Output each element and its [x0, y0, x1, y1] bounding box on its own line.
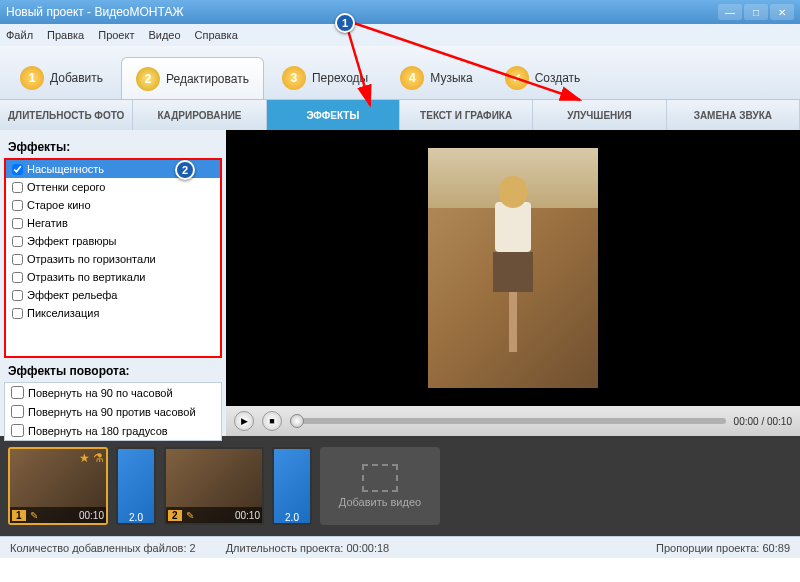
effects-list-box: Насыщенность Оттенки серого Старое кино … — [4, 158, 222, 358]
preview-panel: ▶ ■ 00:00 / 00:10 — [226, 130, 800, 436]
menu-help[interactable]: Справка — [195, 29, 238, 41]
effects-title: Эффекты: — [8, 140, 222, 154]
seek-slider[interactable] — [290, 418, 726, 424]
status-duration: Длительность проекта: 00:00:18 — [226, 542, 390, 554]
timeline[interactable]: ★ ⚗ 1✎00:10 2.0 2✎00:10 2.0 Добавить вид… — [0, 436, 800, 536]
effect-flip-h[interactable]: Отразить по горизонтали — [6, 250, 220, 268]
effect-checkbox[interactable] — [12, 272, 23, 283]
rotate-checkbox[interactable] — [11, 386, 24, 399]
clip-2[interactable]: 2✎00:10 — [164, 447, 264, 525]
effect-grayscale[interactable]: Оттенки серого — [6, 178, 220, 196]
transition-1[interactable]: 2.0 — [116, 447, 156, 525]
effect-flip-v[interactable]: Отразить по вертикали — [6, 268, 220, 286]
effect-checkbox[interactable] — [12, 182, 23, 193]
stop-button[interactable]: ■ — [262, 411, 282, 431]
seek-knob[interactable] — [290, 414, 304, 428]
step-2-icon: 2 — [136, 67, 160, 91]
menu-video[interactable]: Видео — [148, 29, 180, 41]
subtab-text-graphics[interactable]: ТЕКСТ И ГРАФИКА — [400, 100, 533, 130]
star-icon: ★ — [79, 451, 90, 465]
step-3-icon: 3 — [282, 66, 306, 90]
effect-checkbox[interactable] — [12, 218, 23, 229]
effect-checkbox[interactable] — [12, 200, 23, 211]
effect-checkbox[interactable] — [12, 290, 23, 301]
tab-edit[interactable]: 2Редактировать — [121, 57, 264, 99]
preview-frame — [428, 148, 598, 388]
step-4-icon: 4 — [400, 66, 424, 90]
transition-2[interactable]: 2.0 — [272, 447, 312, 525]
subtab-effects[interactable]: ЭФФЕКТЫ — [267, 100, 400, 130]
annotation-badge-1: 1 — [335, 13, 355, 33]
effect-relief[interactable]: Эффект рельефа — [6, 286, 220, 304]
status-files: Количество добавленных файлов: 2 — [10, 542, 196, 554]
tab-add[interactable]: 1Добавить — [6, 57, 117, 99]
effect-checkbox[interactable] — [12, 236, 23, 247]
rotate-list: Повернуть на 90 по часовой Повернуть на … — [4, 382, 222, 441]
player-controls: ▶ ■ 00:00 / 00:10 — [226, 406, 800, 436]
rotate-checkbox[interactable] — [11, 405, 24, 418]
rotate-90-ccw[interactable]: Повернуть на 90 против часовой — [5, 402, 221, 421]
subtab-crop[interactable]: КАДРИРОВАНИЕ — [133, 100, 266, 130]
check-icon: ✓ — [505, 66, 529, 90]
play-button[interactable]: ▶ — [234, 411, 254, 431]
subtab-enhance[interactable]: УЛУЧШЕНИЯ — [533, 100, 666, 130]
pencil-icon: ✎ — [186, 510, 194, 521]
effect-negative[interactable]: Негатив — [6, 214, 220, 232]
maximize-button[interactable]: □ — [744, 4, 768, 20]
rotate-title: Эффекты поворота: — [8, 364, 222, 378]
effect-checkbox[interactable] — [12, 254, 23, 265]
titlebar: Новый проект - ВидеоМОНТАЖ — □ ✕ — [0, 0, 800, 24]
menubar: Файл Правка Проект Видео Справка — [0, 24, 800, 46]
menu-project[interactable]: Проект — [98, 29, 134, 41]
menu-file[interactable]: Файл — [6, 29, 33, 41]
rotate-180[interactable]: Повернуть на 180 градусов — [5, 421, 221, 440]
effect-checkbox[interactable] — [12, 164, 23, 175]
tab-music[interactable]: 4Музыка — [386, 57, 486, 99]
menu-edit[interactable]: Правка — [47, 29, 84, 41]
effects-list[interactable]: Насыщенность Оттенки серого Старое кино … — [6, 160, 220, 356]
main-tabs: 1Добавить 2Редактировать 3Переходы 4Музы… — [0, 46, 800, 100]
tab-create[interactable]: ✓Создать — [491, 57, 595, 99]
effect-pixelation[interactable]: Пикселизация — [6, 304, 220, 322]
timecode: 00:00 / 00:10 — [734, 416, 792, 427]
rotate-90-cw[interactable]: Повернуть на 90 по часовой — [5, 383, 221, 402]
annotation-badge-2: 2 — [175, 160, 195, 180]
sub-tabs: ДЛИТЕЛЬНОСТЬ ФОТО КАДРИРОВАНИЕ ЭФФЕКТЫ Т… — [0, 100, 800, 130]
window-title: Новый проект - ВидеоМОНТАЖ — [6, 5, 184, 19]
clip-1[interactable]: ★ ⚗ 1✎00:10 — [8, 447, 108, 525]
video-preview — [226, 130, 800, 406]
filmstrip-icon — [362, 464, 398, 492]
subtab-replace-audio[interactable]: ЗАМЕНА ЗВУКА — [667, 100, 800, 130]
add-video-button[interactable]: Добавить видео — [320, 447, 440, 525]
effect-old-film[interactable]: Старое кино — [6, 196, 220, 214]
minimize-button[interactable]: — — [718, 4, 742, 20]
statusbar: Количество добавленных файлов: 2 Длитель… — [0, 536, 800, 558]
step-1-icon: 1 — [20, 66, 44, 90]
tab-transitions[interactable]: 3Переходы — [268, 57, 382, 99]
status-ratio: Пропорции проекта: 60:89 — [656, 542, 790, 554]
subtab-photo-duration[interactable]: ДЛИТЕЛЬНОСТЬ ФОТО — [0, 100, 133, 130]
pencil-icon: ✎ — [30, 510, 38, 521]
close-button[interactable]: ✕ — [770, 4, 794, 20]
effect-engraving[interactable]: Эффект гравюры — [6, 232, 220, 250]
effect-checkbox[interactable] — [12, 308, 23, 319]
flask-icon: ⚗ — [93, 451, 104, 465]
rotate-checkbox[interactable] — [11, 424, 24, 437]
